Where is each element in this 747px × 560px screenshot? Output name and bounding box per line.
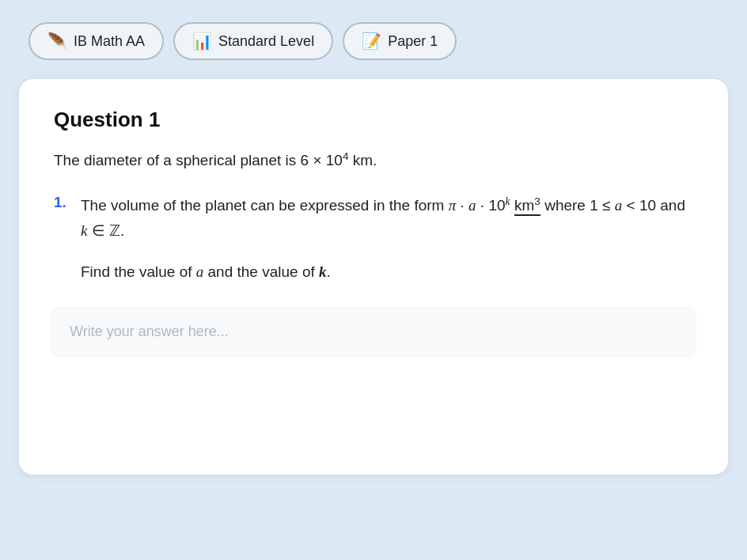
standard-level-label: Standard Level (218, 33, 314, 50)
tag-ib-math-aa[interactable]: 🪶 IB Math AA (28, 22, 164, 60)
main-card: Question 1 The diameter of a spherical p… (19, 79, 728, 475)
paper-1-icon: 📝 (362, 32, 381, 51)
ib-math-aa-icon: 🪶 (47, 32, 67, 51)
sub-question-content: The volume of the planet can be expresse… (81, 192, 693, 244)
standard-level-icon: 📊 (192, 32, 212, 51)
question-title: Question 1 (54, 108, 693, 132)
tag-standard-level[interactable]: 📊 Standard Level (173, 22, 333, 60)
tag-paper-1[interactable]: 📝 Paper 1 (343, 22, 457, 60)
top-bar: 🪶 IB Math AA 📊 Standard Level 📝 Paper 1 (0, 0, 747, 79)
paper-1-label: Paper 1 (388, 33, 438, 50)
answer-box[interactable]: Write your answer here... (51, 306, 696, 358)
find-text: Find the value of a and the value of k. (81, 260, 693, 284)
intro-text: The diameter of a spherical planet is 6 … (54, 148, 693, 173)
answer-placeholder: Write your answer here... (70, 324, 229, 339)
ib-math-aa-label: IB Math AA (74, 33, 145, 50)
sub-question-1: 1. The volume of the planet can be expre… (54, 192, 693, 244)
sub-question-number: 1. (54, 192, 73, 211)
